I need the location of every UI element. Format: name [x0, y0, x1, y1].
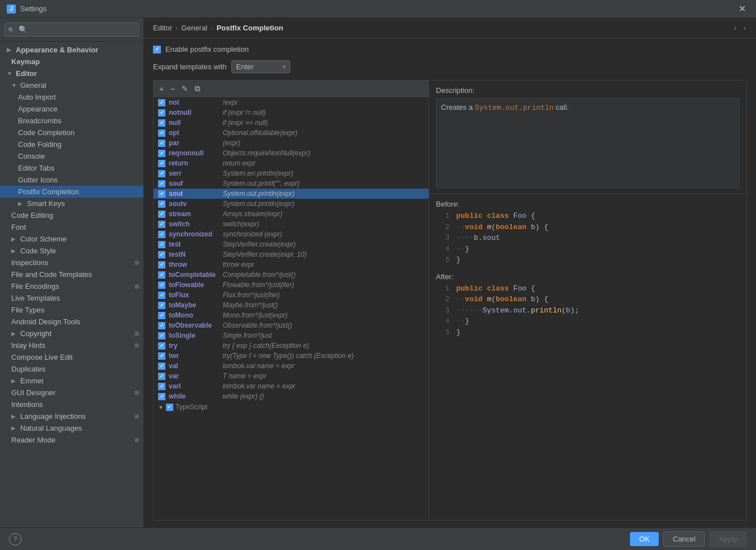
template-checkbox[interactable]	[158, 281, 165, 289]
sidebar-item-general[interactable]: ▼ General	[0, 79, 143, 91]
nav-back-button[interactable]: ‹	[733, 23, 737, 33]
template-checkbox[interactable]	[158, 271, 165, 279]
edit-template-button[interactable]: ✎	[179, 83, 190, 95]
sidebar-item-gui-designer[interactable]: GUI Designer ⊞	[0, 387, 143, 399]
breadcrumb-editor[interactable]: Editor	[153, 24, 172, 32]
sidebar-item-copyright[interactable]: ▶ Copyright ⊞	[0, 328, 143, 339]
sidebar-item-auto-import[interactable]: Auto Import	[0, 91, 143, 103]
breadcrumb-general[interactable]: General	[181, 24, 207, 32]
template-row[interactable]: toFlux Flux.from*/just(iter)	[154, 290, 429, 300]
template-checkbox[interactable]	[158, 221, 165, 228]
sidebar-item-editor[interactable]: ▼ Editor	[0, 68, 143, 79]
template-row[interactable]: toFlowable Flowable.from*/just(iter)	[154, 280, 429, 290]
template-row[interactable]: test StepVerifier.create(expr)	[154, 239, 429, 249]
template-row[interactable]: var T name = expr	[154, 371, 429, 381]
template-row[interactable]: par (expr)	[154, 138, 429, 148]
sidebar-item-code-folding[interactable]: Code Folding	[0, 138, 143, 150]
template-row[interactable]: testN StepVerifier.create(expr, 10)	[154, 249, 429, 260]
template-row[interactable]: soutv System.out.println(expr)	[154, 199, 429, 209]
template-row[interactable]: notnull if (expr != null)	[154, 108, 429, 118]
search-input[interactable]	[4, 23, 139, 37]
sidebar-item-keymap[interactable]: Keymap	[0, 56, 143, 68]
template-row[interactable]: toMaybe Maybe.from*/just()	[154, 300, 429, 310]
template-checkbox[interactable]	[158, 119, 165, 127]
template-checkbox[interactable]	[158, 211, 165, 218]
template-checkbox[interactable]	[158, 140, 165, 147]
template-checkbox[interactable]	[158, 352, 165, 360]
template-row[interactable]: val lombok.val name = expr	[154, 361, 429, 371]
template-checkbox[interactable]	[158, 160, 165, 167]
template-row[interactable]: while while (expr) {}	[154, 391, 429, 401]
template-row[interactable]: varl lombok.var name = expr	[154, 381, 429, 391]
template-row[interactable]: toMono Mono.from*/just(expr)	[154, 310, 429, 320]
template-row[interactable]: toCompletable Completable.from*/just()	[154, 270, 429, 280]
template-row[interactable]: opt Optional.ofNullable(expr)	[154, 128, 429, 138]
template-checkbox[interactable]	[158, 393, 165, 400]
template-row[interactable]: try try { exp } catch(Exception e)	[154, 341, 429, 351]
sidebar-item-live-templates[interactable]: Live Templates	[0, 292, 143, 304]
sidebar-item-editor-tabs[interactable]: Editor Tabs	[0, 162, 143, 174]
template-checkbox[interactable]	[158, 129, 165, 137]
ok-button[interactable]: OK	[630, 532, 659, 546]
template-checkbox[interactable]	[158, 383, 165, 390]
template-row[interactable]: souf System.out.printf("", expr)	[154, 178, 429, 189]
template-row[interactable]: synchronized synchronized (expr)	[154, 229, 429, 239]
template-checkbox[interactable]	[158, 150, 165, 157]
typescript-group-header[interactable]: ▼ TypeScript	[154, 401, 429, 413]
sidebar-item-file-types[interactable]: File Types	[0, 304, 143, 316]
close-button[interactable]: ✕	[735, 2, 749, 15]
sidebar-item-code-style[interactable]: ▶ Code Style	[0, 245, 143, 257]
template-checkbox[interactable]	[158, 312, 165, 319]
template-checkbox[interactable]	[158, 241, 165, 248]
sidebar-item-gutter-icons[interactable]: Gutter Icons	[0, 174, 143, 186]
template-checkbox[interactable]	[158, 99, 165, 106]
apply-button[interactable]: Apply	[709, 531, 747, 547]
template-row[interactable]: throw throw expr	[154, 260, 429, 270]
template-row[interactable]: twr try(Type f = new Type()) catch (Exce…	[154, 351, 429, 361]
template-row[interactable]: reqnonnull Objects.requireNonNull(expr)	[154, 148, 429, 158]
template-row[interactable]: toObservable Observable.from*/just()	[154, 320, 429, 330]
sidebar-item-emmet[interactable]: ▶ Emmet	[0, 375, 143, 387]
sidebar-item-intentions[interactable]: Intentions	[0, 399, 143, 410]
sidebar-item-natural-languages[interactable]: ▶ Natural Languages	[0, 422, 143, 434]
template-checkbox[interactable]	[158, 231, 165, 238]
template-checkbox[interactable]	[158, 302, 165, 309]
enable-checkbox[interactable]	[153, 46, 161, 53]
sidebar-item-appearance-behavior[interactable]: ▶ Appearance & Behavior	[0, 44, 143, 56]
template-checkbox[interactable]	[158, 190, 165, 198]
sidebar-item-inlay-hints[interactable]: Inlay Hints ⊞	[0, 339, 143, 351]
sidebar-item-color-scheme[interactable]: ▶ Color Scheme	[0, 233, 143, 245]
template-row-selected[interactable]: sout System.out.println(expr)	[154, 189, 429, 199]
template-row[interactable]: switch switch(expr)	[154, 219, 429, 229]
template-checkbox[interactable]	[158, 342, 165, 350]
sidebar-item-language-injections[interactable]: ▶ Language Injections ⊞	[0, 410, 143, 422]
remove-template-button[interactable]: −	[168, 83, 177, 95]
template-checkbox[interactable]	[158, 170, 165, 177]
sidebar-item-reader-mode[interactable]: Reader Mode ⊞	[0, 434, 143, 446]
template-row[interactable]: return return expr	[154, 158, 429, 168]
template-checkbox[interactable]	[158, 292, 165, 299]
sidebar-item-file-encodings[interactable]: File Encodings ⊞	[0, 280, 143, 292]
sidebar-item-font[interactable]: Font	[0, 221, 143, 233]
sidebar-item-file-code-templates[interactable]: File and Code Templates	[0, 269, 143, 280]
sidebar-item-code-editing[interactable]: Code Editing	[0, 209, 143, 221]
help-button[interactable]: ?	[9, 533, 21, 545]
sidebar-item-postfix-completion[interactable]: Postfix Completion	[0, 186, 143, 198]
template-checkbox[interactable]	[158, 322, 165, 329]
sidebar-item-inspections[interactable]: Inspections ⊞	[0, 257, 143, 269]
sidebar-item-smart-keys[interactable]: ▶ Smart Keys	[0, 198, 143, 209]
sidebar-item-code-completion[interactable]: Code Completion	[0, 127, 143, 138]
expand-dropdown[interactable]: Enter Tab Enter or Tab	[231, 60, 290, 73]
template-checkbox[interactable]	[158, 109, 165, 117]
cancel-button[interactable]: Cancel	[663, 531, 705, 547]
template-checkbox[interactable]	[158, 332, 165, 339]
template-row[interactable]: serr System.err.println(expr)	[154, 168, 429, 178]
template-row[interactable]: null if (expr == null)	[154, 118, 429, 128]
sidebar-item-compose-live-edit[interactable]: Compose Live Edit	[0, 351, 143, 363]
template-checkbox[interactable]	[158, 363, 165, 370]
sidebar-item-duplicates[interactable]: Duplicates	[0, 363, 143, 375]
template-checkbox[interactable]	[158, 373, 165, 380]
template-checkbox[interactable]	[158, 251, 165, 258]
template-checkbox[interactable]	[166, 404, 173, 411]
copy-template-button[interactable]: ⧉	[192, 83, 202, 95]
